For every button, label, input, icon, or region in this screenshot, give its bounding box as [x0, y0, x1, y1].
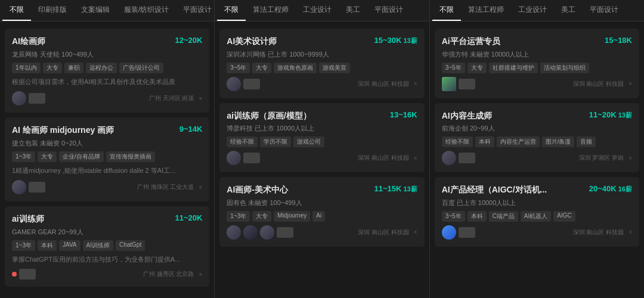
job-tag: 3~5年: [442, 211, 465, 222]
tab-算法工程师[interactable]: 算法工程师: [246, 0, 296, 21]
job-card[interactable]: AI美术设计师 15~30K 13薪 深圳冰川网络 已上市 1000~9999人…: [219, 29, 424, 98]
close-button[interactable]: ×: [414, 155, 417, 162]
job-title: ai训练师: [12, 213, 170, 225]
job-card[interactable]: ai训练师 11~20K GAMER GEAR 20~99人 1~3年本科JAV…: [5, 206, 209, 287]
company-info: GAMER GEAR 20~99人: [12, 228, 202, 237]
card-header: Ai平台运营专员 15~18K: [442, 36, 632, 48]
job-tag: 内容生产运营: [497, 136, 540, 147]
tab-不限[interactable]: 不限: [217, 0, 246, 21]
avatar: [442, 225, 456, 240]
avatar: [12, 91, 26, 105]
job-tag: 大专: [252, 211, 271, 222]
salary: 9~14K: [179, 125, 203, 134]
tab-工业设计[interactable]: 工业设计: [511, 0, 554, 21]
avatar: [442, 77, 456, 91]
avatar-dot: [12, 272, 17, 277]
job-tag: 广告/设计公司: [119, 63, 164, 73]
close-button[interactable]: ×: [414, 229, 417, 235]
tab-服装/纺织设计[interactable]: 服装/纺织设计: [117, 0, 176, 21]
avatars: [12, 91, 45, 105]
job-tag: 3~5年: [227, 63, 250, 73]
job-card[interactable]: AI绘画师 12~20K 龙辰网络 天使轮 100~499人 1年以内大专兼职远…: [5, 29, 209, 113]
job-card[interactable]: AI画师-美术中心 11~15K 13薪 固有色 未融资 100~499人 1~…: [219, 177, 424, 247]
job-tag: AI训练师: [83, 240, 113, 251]
card-footer: 深圳 南山区 科技园 ×: [227, 77, 417, 91]
column-0: 不限 印刷排版 文案编辑 服装/纺织设计 平面设计 AI绘画师 12~20K 龙…: [0, 0, 215, 298]
salary: 13~16K: [390, 110, 417, 119]
avatars: [227, 151, 260, 165]
job-tag: 音频: [577, 136, 596, 147]
avatar-rect: [19, 269, 36, 280]
tab-美工[interactable]: 美工: [554, 0, 583, 21]
job-card[interactable]: AI 绘画师 midjourney 画师 9~14K 捷立包装 未融资 0~20…: [5, 117, 209, 201]
tags-container: 1~3年本科JAVAAI训练师ChatGpt: [12, 240, 202, 251]
close-button[interactable]: ×: [199, 95, 202, 102]
avatar: [260, 225, 274, 240]
avatar-rect: [243, 79, 260, 89]
company-info: 固有色 未融资 100~499人: [227, 198, 417, 207]
card-footer: 深圳 南山区 科技园 ×: [227, 225, 417, 240]
tab-平面设计[interactable]: 平面设计: [583, 0, 626, 21]
job-title: AI内容生成师: [442, 110, 584, 122]
tab-算法工程师[interactable]: 算法工程师: [461, 0, 511, 21]
column-1: 不限 算法工程师 工业设计 美工 平面设计 AI美术设计师 15~30K 13薪…: [215, 0, 429, 298]
close-button[interactable]: ×: [628, 229, 632, 235]
job-tag: 大专: [467, 63, 487, 73]
job-tag: 1~3年: [12, 240, 35, 251]
avatar-rect: [29, 182, 45, 193]
tab-平面设计[interactable]: 平面设计: [367, 0, 410, 21]
column-tabs: 不限 印刷排版 文案编辑 服装/纺织设计 平面设计: [0, 0, 214, 21]
tags-container: 经验不限本科内容生产运营图片/条漫音频: [442, 136, 632, 147]
close-button[interactable]: ×: [414, 80, 417, 87]
close-button[interactable]: ×: [199, 184, 202, 191]
job-card[interactable]: AI内容生成师 11~20K 13薪 前海企创 20~99人 经验不限本科内容生…: [435, 103, 639, 173]
main-content: 不限 印刷排版 文案编辑 服装/纺织设计 平面设计 AI绘画师 12~20K 龙…: [0, 0, 644, 298]
tags-container: 3~5年大专社群搭建与维护活动策划与组织: [442, 63, 632, 73]
tab-工业设计[interactable]: 工业设计: [296, 0, 339, 21]
card-footer: 广州 海珠区 工业大道 ×: [12, 180, 202, 194]
location: 深圳 南山区 科技园 ×: [358, 154, 417, 162]
card-header: AI产品经理（AIGC/对话机... 20~40K 16薪: [442, 184, 632, 196]
job-description: 根据公司项目需求，使用AI相关工具创作及优化美术品质: [12, 77, 202, 87]
card-footer: 深圳 南山区 科技园 ×: [442, 77, 632, 91]
avatars: [227, 77, 260, 91]
avatar-rect: [459, 153, 475, 163]
job-tag: 游戏公司: [293, 136, 324, 147]
tab-不限[interactable]: 不限: [2, 0, 31, 21]
job-title: ai训练师（原画/模型）: [227, 110, 385, 122]
avatar-rect: [459, 79, 475, 89]
close-button[interactable]: ×: [199, 271, 202, 278]
tab-文案编辑[interactable]: 文案编辑: [74, 0, 117, 21]
salary: 15~18K: [605, 36, 632, 45]
job-tag: 大专: [43, 63, 62, 73]
close-button[interactable]: ×: [628, 155, 632, 162]
job-title: Ai平台运营专员: [442, 36, 600, 48]
salary-badge: 13薪: [401, 185, 417, 193]
tab-印刷排版[interactable]: 印刷排版: [31, 0, 74, 21]
location: 广州 天河区 岗顶 ×: [149, 94, 202, 103]
job-tag: C端产品: [489, 211, 518, 222]
avatar: [12, 180, 26, 194]
card-header: AI 绘画师 midjourney 画师 9~14K: [12, 125, 202, 136]
avatar: [227, 225, 241, 240]
job-card[interactable]: AI产品经理（AIGC/对话机... 20~40K 16薪 百度 已上市 100…: [435, 177, 639, 247]
tags-container: 1~3年大专MidjourneyAi: [227, 211, 417, 222]
tags-container: 1~3年大专企业/自有品牌宣传海报类插画: [12, 151, 202, 162]
company-info: 前海企创 20~99人: [442, 124, 632, 133]
company-info: 捷立包装 未融资 0~20人: [12, 139, 202, 148]
salary-badge: 13薪: [617, 111, 632, 119]
job-tag: 1年以内: [12, 63, 41, 73]
salary: 11~20K: [175, 213, 202, 222]
close-button[interactable]: ×: [628, 80, 632, 87]
job-tag: 远程办公: [86, 63, 117, 73]
avatar: [243, 225, 258, 240]
avatar-rect: [243, 153, 260, 163]
job-card[interactable]: ai训练师（原画/模型） 13~16K 博彦科技 已上市 10000人以上 经验…: [219, 103, 424, 173]
tab-不限[interactable]: 不限: [432, 0, 461, 21]
tab-美工[interactable]: 美工: [339, 0, 367, 21]
salary: 11~15K 13薪: [374, 184, 417, 194]
tab-平面设计[interactable]: 平面设计: [176, 0, 214, 21]
job-card[interactable]: Ai平台运营专员 15~18K 华强方特 未融资 10000人以上 3~5年大专…: [435, 29, 639, 98]
salary-badge: 16薪: [617, 185, 632, 193]
location: 深圳 南山区 科技园 ×: [358, 80, 417, 88]
